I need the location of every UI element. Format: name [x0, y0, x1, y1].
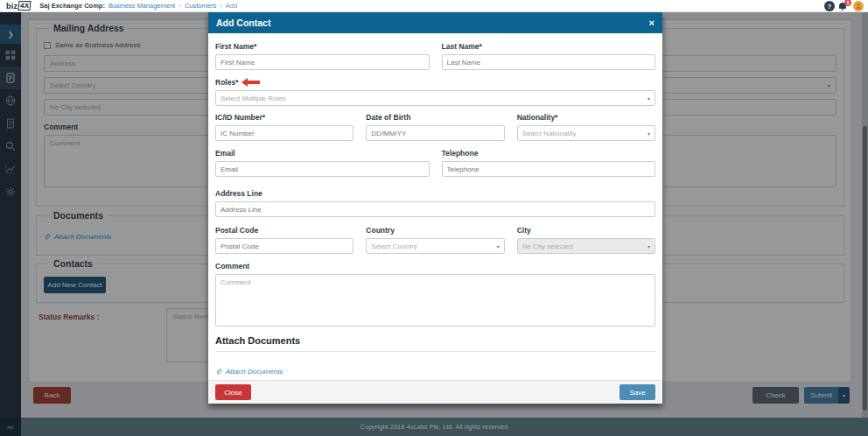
modal-header: Add Contact ×	[208, 12, 662, 33]
modal-comment-label: Comment	[215, 262, 655, 271]
company-name: Saj Exchange Comp:	[39, 2, 105, 10]
page-footer: Copyright 2018 4xLabs Pte. Ltd. All righ…	[0, 418, 868, 436]
copyright-text: Copyright 2018 4xLabs Pte. Ltd. All righ…	[360, 423, 508, 431]
address-line-label: Address Line	[215, 189, 655, 198]
chevron-down-icon: ▾	[648, 95, 650, 102]
nationality-label: Nationality*	[517, 113, 655, 122]
logo-text-prefix: biz	[6, 2, 18, 11]
chevron-down-icon: ▾	[648, 130, 650, 137]
roles-label: Roles*	[215, 78, 655, 87]
country-placeholder: Select Country	[371, 243, 416, 250]
modal-attach-documents-link[interactable]: Attach Documents	[215, 368, 283, 376]
section-divider	[215, 351, 655, 352]
email-label: Email	[215, 149, 430, 158]
chevron-down-icon: ▾	[648, 243, 650, 250]
help-icon[interactable]: ?	[824, 1, 835, 11]
user-avatar[interactable]	[853, 1, 864, 11]
breadcrumb-add: Add	[226, 2, 237, 10]
country-label: Country	[366, 226, 504, 235]
last-name-label: Last Name*	[442, 42, 656, 51]
city-label: City	[517, 226, 655, 235]
nationality-select[interactable]: Select Nationality ▾	[517, 125, 655, 141]
date-of-birth-label: Date of Birth	[366, 113, 504, 122]
modal-title: Add Contact	[216, 18, 270, 28]
notifications-bell-icon[interactable]: 1	[838, 1, 850, 11]
notification-count-badge: 1	[844, 0, 851, 6]
nationality-placeholder: Select Nationality	[522, 130, 577, 137]
breadcrumb-customers[interactable]: Customers	[185, 2, 216, 10]
footer-logo-cell	[0, 418, 21, 436]
chevron-down-icon: ▾	[497, 243, 500, 250]
breadcrumb: Saj Exchange Comp: Business Management ›…	[39, 2, 237, 10]
ic-number-label: IC/ID Number*	[215, 113, 354, 122]
last-name-input[interactable]	[442, 54, 656, 70]
annotation-arrow-icon	[247, 81, 260, 84]
attach-documents-title: Attach Documents	[215, 335, 655, 346]
topbar-icons: ? 1	[824, 1, 864, 11]
first-name-input[interactable]	[215, 54, 430, 70]
breadcrumb-separator-icon: ›	[220, 2, 222, 10]
close-icon[interactable]: ×	[649, 18, 654, 28]
person-icon	[855, 3, 862, 10]
modal-save-button[interactable]: Save	[620, 384, 655, 400]
first-name-label: First Name*	[215, 42, 430, 51]
add-contact-modal: Add Contact × First Name* Last Name* Rol…	[208, 12, 662, 404]
biz4x-mark-icon	[6, 423, 15, 432]
top-bar: biz4X Saj Exchange Comp: Business Manage…	[0, 0, 868, 12]
modal-body: First Name* Last Name* Roles* Select Mul…	[208, 33, 662, 379]
roles-multiselect[interactable]: Select Multiple Roles ▾	[215, 90, 655, 106]
address-line-input[interactable]	[215, 201, 655, 217]
telephone-label: Telephone	[442, 149, 656, 158]
ic-number-input[interactable]	[215, 125, 354, 141]
modal-footer: Close Save	[208, 380, 662, 404]
postal-code-label: Postal Code	[215, 226, 354, 235]
paperclip-icon	[215, 368, 223, 376]
email-input[interactable]	[215, 161, 430, 177]
date-of-birth-input[interactable]	[366, 125, 504, 141]
breadcrumb-business-management[interactable]: Business Management	[108, 2, 175, 10]
country-select[interactable]: Select Country ▾	[366, 238, 504, 254]
modal-attach-documents-label: Attach Documents	[226, 368, 283, 376]
biz4x-logo[interactable]: biz4X	[6, 1, 31, 11]
app-screen: biz4X Saj Exchange Comp: Business Manage…	[0, 0, 868, 436]
city-select[interactable]: No City selected ▾	[517, 238, 655, 254]
modal-comment-textarea[interactable]	[215, 274, 655, 327]
modal-close-button[interactable]: Close	[215, 384, 251, 400]
breadcrumb-separator-icon: ›	[178, 2, 181, 10]
city-placeholder: No City selected	[522, 243, 573, 250]
logo-text-suffix: 4X	[18, 1, 32, 11]
roles-placeholder: Select Multiple Roles	[220, 95, 286, 102]
telephone-input[interactable]	[442, 161, 656, 177]
postal-code-input[interactable]	[215, 238, 354, 254]
